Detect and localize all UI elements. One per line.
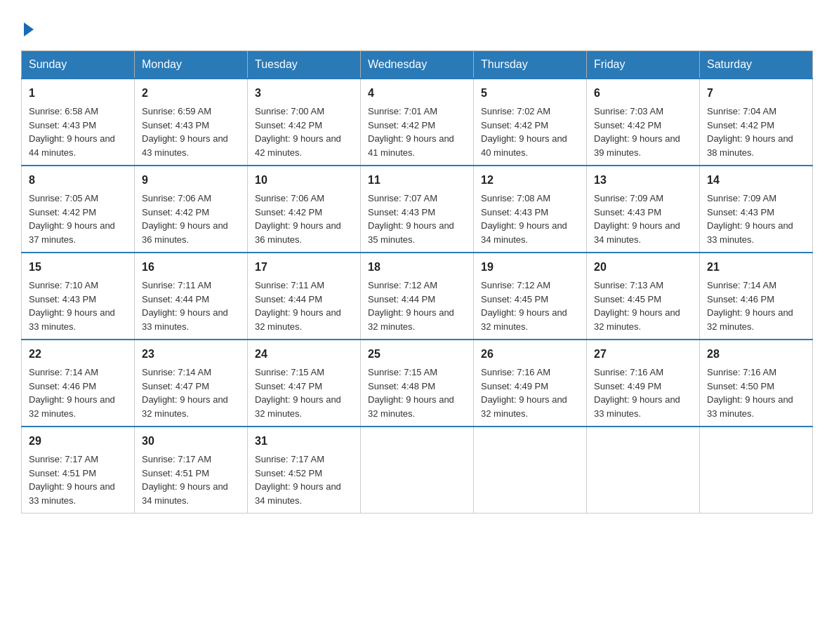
calendar-cell: 21 Sunrise: 7:14 AM Sunset: 4:46 PM Dayl…: [700, 253, 813, 340]
sunrise-label: Sunrise: 7:11 AM: [255, 280, 324, 290]
calendar-cell: [587, 427, 700, 514]
calendar-cell: 5 Sunrise: 7:02 AM Sunset: 4:42 PM Dayli…: [474, 79, 587, 166]
sunrise-label: Sunrise: 7:14 AM: [707, 280, 776, 290]
day-number: 28: [707, 346, 805, 363]
sunrise-label: Sunrise: 6:59 AM: [142, 106, 211, 116]
sunrise-label: Sunrise: 7:04 AM: [707, 106, 776, 116]
daylight-label: Daylight: 9 hours and 40 minutes.: [481, 133, 567, 158]
day-number: 21: [707, 259, 805, 276]
sunset-label: Sunset: 4:47 PM: [255, 381, 322, 391]
sunset-label: Sunset: 4:42 PM: [255, 207, 322, 217]
sunrise-label: Sunrise: 7:03 AM: [594, 106, 663, 116]
day-number: 9: [142, 172, 240, 189]
sunset-label: Sunset: 4:49 PM: [594, 381, 661, 391]
sunrise-label: Sunrise: 7:16 AM: [707, 367, 776, 377]
daylight-label: Daylight: 9 hours and 33 minutes.: [29, 307, 115, 332]
week-row: 8 Sunrise: 7:05 AM Sunset: 4:42 PM Dayli…: [22, 166, 813, 253]
day-number: 19: [481, 259, 579, 276]
daylight-label: Daylight: 9 hours and 42 minutes.: [255, 133, 341, 158]
sunset-label: Sunset: 4:42 PM: [255, 120, 322, 130]
sunrise-label: Sunrise: 7:15 AM: [255, 367, 324, 377]
sunset-label: Sunset: 4:42 PM: [142, 207, 209, 217]
sunrise-label: Sunrise: 7:12 AM: [481, 280, 550, 290]
day-number: 15: [29, 259, 127, 276]
calendar-day-header: Tuesday: [248, 51, 361, 79]
sunrise-label: Sunrise: 7:06 AM: [255, 193, 324, 203]
sunset-label: Sunset: 4:42 PM: [594, 120, 661, 130]
calendar-cell: 7 Sunrise: 7:04 AM Sunset: 4:42 PM Dayli…: [700, 79, 813, 166]
logo: [21, 21, 37, 36]
day-number: 12: [481, 172, 579, 189]
calendar-cell: 16 Sunrise: 7:11 AM Sunset: 4:44 PM Dayl…: [135, 253, 248, 340]
day-number: 5: [481, 85, 579, 102]
sunset-label: Sunset: 4:43 PM: [29, 120, 96, 130]
calendar-cell: 8 Sunrise: 7:05 AM Sunset: 4:42 PM Dayli…: [22, 166, 135, 253]
calendar-cell: 13 Sunrise: 7:09 AM Sunset: 4:43 PM Dayl…: [587, 166, 700, 253]
calendar-cell: 25 Sunrise: 7:15 AM Sunset: 4:48 PM Dayl…: [361, 340, 474, 427]
sunrise-label: Sunrise: 7:16 AM: [594, 367, 663, 377]
day-number: 7: [707, 85, 805, 102]
sunrise-label: Sunrise: 7:08 AM: [481, 193, 550, 203]
calendar-cell: 28 Sunrise: 7:16 AM Sunset: 4:50 PM Dayl…: [700, 340, 813, 427]
day-number: 22: [29, 346, 127, 363]
calendar-cell: 22 Sunrise: 7:14 AM Sunset: 4:46 PM Dayl…: [22, 340, 135, 427]
day-number: 16: [142, 259, 240, 276]
sunrise-label: Sunrise: 7:06 AM: [142, 193, 211, 203]
sunrise-label: Sunrise: 7:12 AM: [368, 280, 437, 290]
sunrise-label: Sunrise: 7:17 AM: [142, 454, 211, 464]
sunset-label: Sunset: 4:42 PM: [481, 120, 548, 130]
day-number: 11: [368, 172, 466, 189]
calendar-cell: 19 Sunrise: 7:12 AM Sunset: 4:45 PM Dayl…: [474, 253, 587, 340]
sunrise-label: Sunrise: 7:17 AM: [255, 454, 324, 464]
calendar-cell: 12 Sunrise: 7:08 AM Sunset: 4:43 PM Dayl…: [474, 166, 587, 253]
sunset-label: Sunset: 4:51 PM: [29, 468, 96, 478]
calendar-cell: 2 Sunrise: 6:59 AM Sunset: 4:43 PM Dayli…: [135, 79, 248, 166]
calendar-cell: 17 Sunrise: 7:11 AM Sunset: 4:44 PM Dayl…: [248, 253, 361, 340]
sunset-label: Sunset: 4:49 PM: [481, 381, 548, 391]
daylight-label: Daylight: 9 hours and 34 minutes.: [594, 220, 680, 245]
sunset-label: Sunset: 4:44 PM: [255, 294, 322, 304]
calendar-cell: 23 Sunrise: 7:14 AM Sunset: 4:47 PM Dayl…: [135, 340, 248, 427]
daylight-label: Daylight: 9 hours and 34 minutes.: [481, 220, 567, 245]
calendar-cell: 6 Sunrise: 7:03 AM Sunset: 4:42 PM Dayli…: [587, 79, 700, 166]
calendar-cell: 29 Sunrise: 7:17 AM Sunset: 4:51 PM Dayl…: [22, 427, 135, 514]
sunrise-label: Sunrise: 7:17 AM: [29, 454, 98, 464]
daylight-label: Daylight: 9 hours and 32 minutes.: [481, 307, 567, 332]
calendar-cell: 30 Sunrise: 7:17 AM Sunset: 4:51 PM Dayl…: [135, 427, 248, 514]
day-number: 26: [481, 346, 579, 363]
daylight-label: Daylight: 9 hours and 32 minutes.: [142, 394, 228, 419]
sunrise-label: Sunrise: 6:58 AM: [29, 106, 98, 116]
daylight-label: Daylight: 9 hours and 36 minutes.: [255, 220, 341, 245]
sunrise-label: Sunrise: 7:10 AM: [29, 280, 98, 290]
daylight-label: Daylight: 9 hours and 32 minutes.: [368, 394, 454, 419]
sunset-label: Sunset: 4:43 PM: [481, 207, 548, 217]
day-number: 8: [29, 172, 127, 189]
daylight-label: Daylight: 9 hours and 32 minutes.: [29, 394, 115, 419]
calendar-day-header: Saturday: [700, 51, 813, 79]
calendar-cell: 9 Sunrise: 7:06 AM Sunset: 4:42 PM Dayli…: [135, 166, 248, 253]
sunset-label: Sunset: 4:42 PM: [29, 207, 96, 217]
week-row: 15 Sunrise: 7:10 AM Sunset: 4:43 PM Dayl…: [22, 253, 813, 340]
daylight-label: Daylight: 9 hours and 36 minutes.: [142, 220, 228, 245]
sunrise-label: Sunrise: 7:15 AM: [368, 367, 437, 377]
sunset-label: Sunset: 4:46 PM: [707, 294, 774, 304]
calendar-day-header: Wednesday: [361, 51, 474, 79]
day-number: 20: [594, 259, 692, 276]
day-number: 2: [142, 85, 240, 102]
sunrise-label: Sunrise: 7:09 AM: [707, 193, 776, 203]
week-row: 1 Sunrise: 6:58 AM Sunset: 4:43 PM Dayli…: [22, 79, 813, 166]
calendar-day-header: Monday: [135, 51, 248, 79]
daylight-label: Daylight: 9 hours and 41 minutes.: [368, 133, 454, 158]
day-number: 6: [594, 85, 692, 102]
sunset-label: Sunset: 4:50 PM: [707, 381, 774, 391]
calendar-cell: 4 Sunrise: 7:01 AM Sunset: 4:42 PM Dayli…: [361, 79, 474, 166]
day-number: 1: [29, 85, 127, 102]
sunset-label: Sunset: 4:44 PM: [368, 294, 435, 304]
day-number: 18: [368, 259, 466, 276]
day-number: 17: [255, 259, 353, 276]
sunrise-label: Sunrise: 7:00 AM: [255, 106, 324, 116]
sunrise-label: Sunrise: 7:16 AM: [481, 367, 550, 377]
calendar-cell: 26 Sunrise: 7:16 AM Sunset: 4:49 PM Dayl…: [474, 340, 587, 427]
calendar-cell: 24 Sunrise: 7:15 AM Sunset: 4:47 PM Dayl…: [248, 340, 361, 427]
sunrise-label: Sunrise: 7:09 AM: [594, 193, 663, 203]
